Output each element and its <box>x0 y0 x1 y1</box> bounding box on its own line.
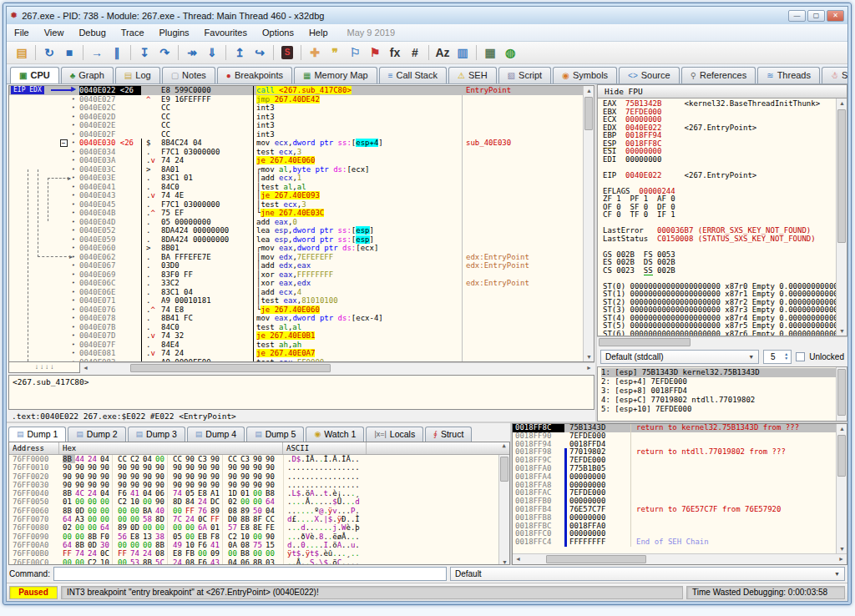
dump-hex-bytes[interactable]: 8B442404CCC20400CC90C390CCC39090 <box>59 455 283 463</box>
tab-references[interactable]: ⚲References <box>681 67 756 83</box>
register-line[interactable]: ST(6) 00000000000000000000 x87r6 Empty 0… <box>603 331 836 336</box>
stack-row[interactable]: 0018FFC4FFFFFFFFEnd of SEH Chain <box>513 538 836 547</box>
disasm-address[interactable]: 0040E04D <box>79 218 141 227</box>
disasm-instruction[interactable]: │je 267.40E093 <box>253 191 462 200</box>
arguments-vscrollbar[interactable] <box>836 367 847 421</box>
dump-address[interactable]: 76FF00C0 <box>9 558 59 565</box>
ascii-column-header[interactable]: ASCII <box>283 442 367 454</box>
dump-row[interactable]: 76FF00408B4C2404F64104067405E8A11D0100B8… <box>9 489 498 497</box>
scroll-up-arrow[interactable]: ▲ <box>498 442 509 454</box>
disasm-address[interactable]: 0040E062 <box>79 253 141 262</box>
tab-dump-5[interactable]: ▤Dump 5 <box>246 427 304 442</box>
run-button[interactable]: → <box>87 43 107 62</box>
disasm-address[interactable]: 0040E059 <box>79 235 141 245</box>
dump-ascii[interactable]: ....Â.....$Ü...d <box>283 497 367 506</box>
disasm-address[interactable]: 0040E027 <box>79 95 141 104</box>
disasm-instruction[interactable]: test ecx,3 <box>253 148 462 157</box>
tab-threads[interactable]: ≋Threads <box>757 67 820 83</box>
dump-row[interactable]: 76FF00008B442404CCC20400CC90C390CCC39090… <box>9 455 498 463</box>
disasm-row[interactable]: •0040E027^E9 16FEFFFFjmp 267.40DE42 <box>9 95 583 104</box>
tab-call-stack[interactable]: ≡Call Stack <box>379 67 447 83</box>
scroll-right-arrow[interactable]: ► <box>836 554 847 563</box>
disasm-address[interactable]: 0040E041 <box>79 183 141 192</box>
disasm-instruction[interactable]: ┌mov eax,dword ptr ds:[ecx] <box>253 244 462 253</box>
register-line[interactable]: CS 0023 SS 002B <box>603 267 836 275</box>
disasm-row[interactable]: −•0040E030 <26$8B4C24 04mov ecx,dword pt… <box>9 139 583 148</box>
dump-ascii[interactable]: .D$.ÌÂ..Ì.Ã.ÌÃ.. <box>283 455 367 463</box>
scroll-up-arrow[interactable]: ▲ <box>837 424 847 433</box>
hash-button[interactable]: # <box>405 43 425 62</box>
dump-address[interactable]: 76FF0050 <box>9 497 59 506</box>
tab-breakpoints[interactable]: ●Breakpoints <box>217 67 292 83</box>
tab-log[interactable]: ▤Log <box>115 67 160 83</box>
dump-ascii[interactable]: .L$.öA..t.è¡...¸ <box>283 489 367 497</box>
dump-address[interactable]: 76FF0000 <box>9 455 59 463</box>
disasm-row[interactable]: •0040E062.BA FFFEFE7E│mov edx,7EFEFEFFed… <box>9 253 583 262</box>
disasm-instruction[interactable]: │add edx,eax <box>253 261 462 270</box>
menu-favourites[interactable]: Favourites <box>197 26 255 39</box>
dump-ascii[interactable]: d..0....I.öA..u. <box>283 541 367 549</box>
disasm-instruction[interactable]: int3 <box>253 130 462 139</box>
tab-dump-1[interactable]: ▤Dump 1 <box>8 427 66 442</box>
tab-graph[interactable]: ♣Graph <box>61 67 114 83</box>
disasm-row[interactable]: •0040E04D.05 00000000add eax,0 <box>9 218 583 227</box>
hide-fpu-button[interactable]: Hide FPU <box>597 84 847 98</box>
dump-ascii[interactable]: d£....X.|$.ÿÐ..Ì <box>283 515 367 523</box>
dump-row[interactable]: 76FF002090909090909090909090909090909090… <box>9 472 498 481</box>
patch-button[interactable]: ✚ <box>305 43 325 62</box>
step-over-button[interactable]: ↷ <box>154 43 175 62</box>
disasm-row[interactable]: •0040E067.03D0│add edx,eaxedx:EntryPoint <box>9 261 583 270</box>
disasm-address[interactable]: 0040E067 <box>79 261 141 270</box>
disasm-instruction[interactable]: mov eax,dword ptr ds:[ecx-4] <box>253 314 462 323</box>
disasm-address[interactable]: 0040E043 <box>79 191 141 200</box>
dump-address[interactable]: 76FF0020 <box>9 472 59 481</box>
disasm-row[interactable]: •0040E03C>8A01┌mov al,byte ptr ds:[ecx] <box>9 165 583 174</box>
argument-depth-stepper[interactable]: 5 ▲▼ <box>763 350 792 364</box>
tab-locals[interactable]: |x=|Locals <box>366 427 423 442</box>
address-column-header[interactable]: Address <box>9 442 59 454</box>
stack-hscrollbar[interactable]: ◄ ► <box>513 553 847 564</box>
dump-address[interactable]: 76FF0080 <box>9 523 59 532</box>
stack-row[interactable]: 0018FFA400000000 <box>513 473 836 482</box>
dump-hex-bytes[interactable]: FF74240CFF742408E8FB000900B80000 <box>59 549 283 558</box>
menu-trace[interactable]: Trace <box>114 26 152 39</box>
stack-row[interactable]: 0018FFB476E57C7Freturn to 76E57C7F from … <box>513 506 836 514</box>
disasm-row[interactable]: •0040E052.8DA424 00000000lea esp,dword p… <box>9 226 583 235</box>
function-button[interactable]: fx <box>385 43 405 62</box>
dump-row[interactable]: 76FF001090909090909090909090909090909090… <box>9 463 498 472</box>
open-file-button[interactable]: ▤ <box>12 43 32 62</box>
disasm-row[interactable]: •0040E03A.v74 24je 267.40E060 <box>9 156 583 165</box>
disasm-instruction[interactable]: int3 <box>253 121 462 130</box>
disasm-address[interactable]: 0040E03E <box>79 174 141 183</box>
disasm-instruction[interactable]: je 267.40E0B1 <box>253 331 462 341</box>
disasm-address[interactable]: 0040E083 <box>79 358 141 362</box>
disasm-row[interactable]: •0040E04B.^75 EF└jne 267.40E03C <box>9 209 583 218</box>
disasm-row[interactable]: •0040E02CCCint3 <box>9 104 583 113</box>
disasm-address[interactable]: 0040E06C <box>79 279 141 288</box>
label-button[interactable]: ⚐ <box>345 43 365 62</box>
dump-row[interactable]: 76FF003090909090909090909090909090909090… <box>9 481 498 489</box>
dump-address[interactable]: 76FF0060 <box>9 507 59 515</box>
disasm-address[interactable]: 0040E06E <box>79 288 141 297</box>
registers-vscrollbar[interactable]: ▲ ▼ <box>836 98 847 336</box>
disasm-address[interactable]: 0040E02C <box>79 104 141 113</box>
disasm-address[interactable]: 0040E07B <box>79 323 141 332</box>
dump-row[interactable]: 76FF00B0FF74240CFF742408E8FB000900B80000… <box>9 549 498 558</box>
tab-snowman[interactable]: ☃Snowman <box>822 67 847 83</box>
tab-dump-3[interactable]: ▤Dump 3 <box>128 427 185 442</box>
register-line[interactable]: CF 0 TF 0 IF 1 <box>603 211 836 220</box>
tab-cpu[interactable]: ▣CPU <box>10 67 59 83</box>
dump-row[interactable]: 76FF007064A300000000588D7C240CFFD08B8FCC… <box>9 515 498 523</box>
restart-button[interactable]: ↻ <box>39 43 59 62</box>
dump-hex-bytes[interactable]: 0000C21000538B5C2408F64304068B03 <box>59 558 283 565</box>
argument-line[interactable]: 4: [esp+C] 77019802 ntdll.77019802 <box>601 396 836 405</box>
assemble-button[interactable]: Az <box>433 43 453 62</box>
dump-ascii[interactable]: ......º@.ÿv...P. <box>283 507 367 515</box>
collapse-box[interactable]: − <box>60 139 68 147</box>
scroll-thumb[interactable] <box>500 457 508 482</box>
disasm-instruction[interactable]: ┌mov al,byte ptr ds:[ecx] <box>253 165 462 174</box>
disasm-instruction[interactable]: │mov edx,7EFEFEFF <box>253 253 462 262</box>
calculator-button[interactable]: ▦ <box>480 43 500 62</box>
hex-column-header[interactable]: Hex <box>59 442 283 454</box>
disassembly-vscrollbar[interactable]: ▲ ▼ <box>583 86 594 361</box>
